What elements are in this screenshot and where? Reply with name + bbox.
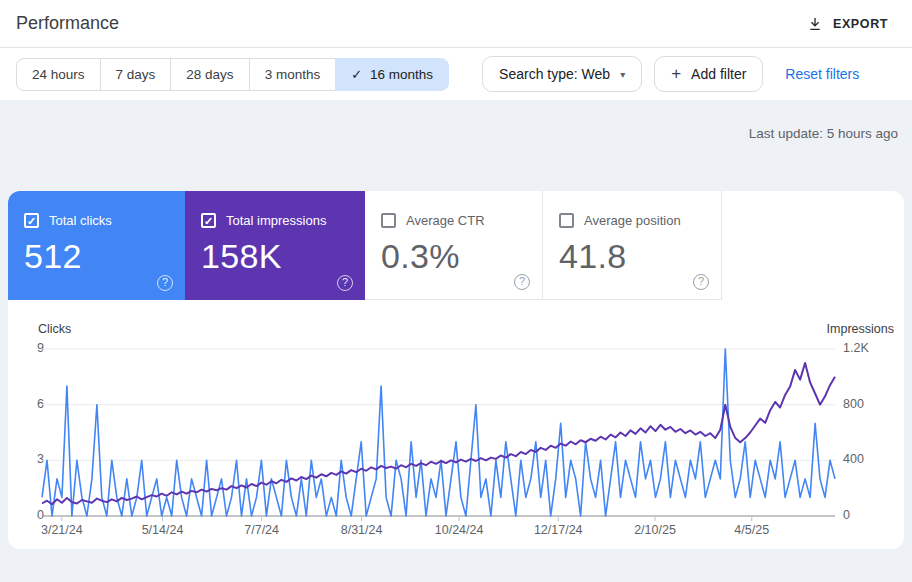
topbar: Performance EXPORT [0,0,912,48]
export-button[interactable]: EXPORT [801,15,894,33]
reset-filters-link[interactable]: Reset filters [785,66,859,82]
checkbox-checked-icon[interactable]: ✓ [201,213,216,228]
range-3-months[interactable]: 3 months [249,58,337,91]
card-total-clicks[interactable]: ✓ Total clicks 512 ? [8,191,185,300]
x-axis-label: 2/10/25 [634,523,676,537]
last-update-text: Last update: 5 hours ago [0,100,912,141]
range-7-days[interactable]: 7 days [100,58,172,91]
performance-panel: ✓ Total clicks 512 ? ✓ Total impressions… [8,191,904,549]
range-label: 3 months [265,67,321,82]
card-value: 41.8 [559,237,705,276]
clicks-line[interactable] [42,349,835,516]
card-total-impressions[interactable]: ✓ Total impressions 158K ? [185,191,365,300]
card-label: Average CTR [406,213,485,228]
checkbox-unchecked-icon[interactable] [559,213,574,228]
card-value: 512 [24,237,169,276]
filter-bar: 24 hours 7 days 28 days 3 months ✓ 16 mo… [0,48,912,100]
download-icon [807,16,823,32]
performance-chart[interactable] [8,318,890,523]
export-label: EXPORT [833,17,888,31]
card-value: 158K [201,237,349,276]
metric-cards: ✓ Total clicks 512 ? ✓ Total impressions… [8,191,904,300]
checkbox-unchecked-icon[interactable] [381,213,396,228]
x-axis-label: 8/31/24 [341,523,383,537]
help-icon[interactable]: ? [157,275,173,291]
range-label: 7 days [116,67,156,82]
content-area: Last update: 5 hours ago ✓ Total clicks … [0,100,912,582]
range-label: 24 hours [32,67,85,82]
add-filter-label: Add filter [691,66,746,82]
x-axis-label: 7/7/24 [244,523,279,537]
x-axis-label: 3/21/24 [41,523,83,537]
plus-icon: + [671,64,681,84]
card-label: Total impressions [226,213,326,228]
date-range-selector: 24 hours 7 days 28 days 3 months ✓ 16 mo… [16,58,449,91]
search-type-dropdown[interactable]: Search type: Web ▾ [482,56,642,92]
page-title: Performance [16,13,119,34]
x-axis-label: 12/17/24 [534,523,583,537]
help-icon[interactable]: ? [337,275,353,291]
chevron-down-icon: ▾ [620,69,625,80]
range-label: 28 days [186,67,233,82]
checkbox-checked-icon[interactable]: ✓ [24,213,39,228]
card-average-position[interactable]: Average position 41.8 ? [543,191,722,300]
add-filter-button[interactable]: + Add filter [654,56,763,92]
card-average-ctr[interactable]: Average CTR 0.3% ? [365,191,543,300]
search-type-label: Search type: Web [499,66,610,82]
x-axis-label: 10/24/24 [435,523,484,537]
check-icon: ✓ [351,67,362,82]
range-16-months[interactable]: ✓ 16 months [335,58,449,91]
x-axis-label: 4/5/25 [734,523,769,537]
card-label: Total clicks [49,213,112,228]
range-label: 16 months [370,67,433,82]
range-28-days[interactable]: 28 days [170,58,249,91]
range-24-hours[interactable]: 24 hours [16,58,101,91]
help-icon[interactable]: ? [693,274,709,290]
card-label: Average position [584,213,681,228]
help-icon[interactable]: ? [514,274,530,290]
card-value: 0.3% [381,237,526,276]
x-axis-label: 5/14/24 [142,523,184,537]
